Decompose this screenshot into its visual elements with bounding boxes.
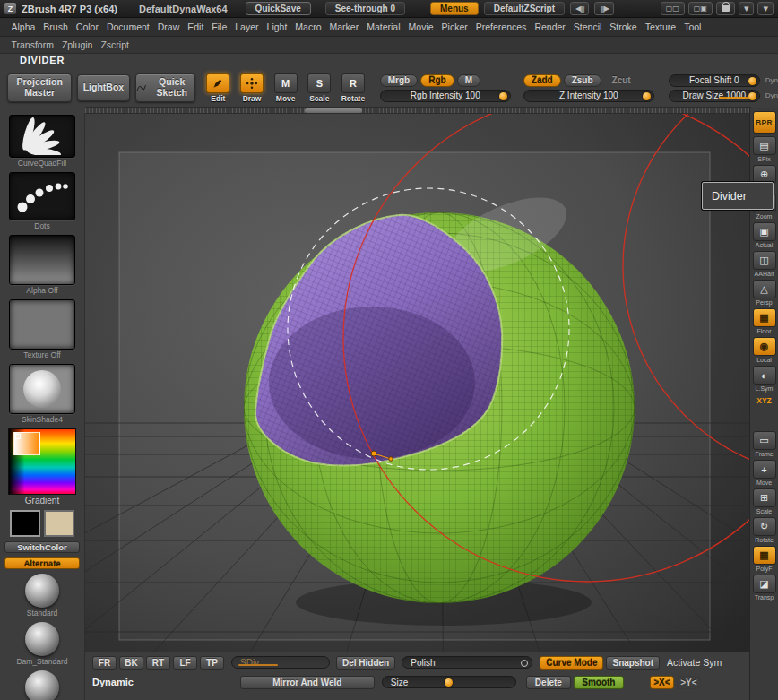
menu-document[interactable]: Document	[102, 22, 153, 32]
scrub-left-icon[interactable]: ◀||||	[570, 2, 589, 15]
menu-preferences[interactable]: Preferences	[471, 22, 531, 32]
fill-top-button[interactable]: TP	[200, 656, 224, 670]
rgb-intensity-slider[interactable]: Rgb Intensity 100	[380, 90, 511, 102]
size-slider[interactable]: Size	[382, 676, 516, 688]
brush-item-standard[interactable]: Standard	[25, 574, 59, 618]
polish-slider[interactable]: Polish	[402, 656, 532, 669]
scale-view-button[interactable]: ⊞ Scale	[753, 488, 776, 514]
menu-picker[interactable]: Picker	[437, 22, 471, 32]
move-tool-button[interactable]: M Move	[272, 73, 300, 103]
delete-button[interactable]: Delete	[526, 676, 571, 689]
rgb-button[interactable]: Rgb	[420, 74, 454, 87]
bpr-button[interactable]: BPR	[753, 111, 776, 134]
texture-selector[interactable]: Texture Off	[9, 299, 75, 359]
zscript-button[interactable]: DefaultZScript	[484, 2, 565, 15]
quicksave-button[interactable]: QuickSave	[246, 2, 311, 15]
gradient-label[interactable]: Gradient	[25, 496, 59, 506]
menu-stencil[interactable]: Stencil	[569, 22, 606, 32]
menu-draw[interactable]: Draw	[153, 22, 184, 32]
move-view-button[interactable]: + Move	[753, 460, 776, 486]
menu-tool[interactable]: Tool	[680, 22, 705, 32]
menu-stroke[interactable]: Stroke	[606, 22, 641, 32]
fill-back-button[interactable]: BK	[119, 656, 143, 670]
layout-single-icon[interactable]: ▢▢	[661, 2, 685, 15]
material-selector[interactable]: SkinShade4	[9, 364, 75, 424]
transp-button[interactable]: ◪ Transp	[753, 575, 776, 601]
menu-alpha[interactable]: Alpha	[7, 22, 39, 32]
focal-shift-slider[interactable]: Focal Shift 0	[669, 74, 760, 87]
lightbox-button[interactable]: LightBox	[77, 74, 129, 101]
floor-button[interactable]: ▦ Floor	[753, 308, 776, 334]
minimize-icon[interactable]: ▾	[739, 2, 755, 15]
draw-size-knob[interactable]	[748, 92, 756, 100]
brush-selector[interactable]: CurveQuadFill	[9, 115, 75, 168]
scale-tool-button[interactable]: S Scale	[306, 73, 334, 103]
viewport-canvas[interactable]	[85, 114, 751, 652]
zadd-button[interactable]: Zadd	[523, 74, 561, 87]
dynamic-label[interactable]: Dynamic	[92, 677, 134, 687]
menu-brush[interactable]: Brush	[39, 22, 72, 32]
menu-light[interactable]: Light	[263, 22, 291, 32]
sdiv-slider[interactable]: SDiv	[231, 656, 330, 669]
menu-layer[interactable]: Layer	[231, 22, 263, 32]
menu-marker[interactable]: Marker	[325, 22, 363, 32]
main-color-swatch[interactable]	[10, 510, 40, 537]
activate-symmetry-label[interactable]: Activate Sym	[667, 657, 722, 668]
fill-right-button[interactable]: RT	[146, 656, 170, 670]
rgb-intensity-knob[interactable]	[499, 92, 507, 100]
snapshot-button[interactable]: Snapshot	[606, 656, 660, 670]
menu-texture[interactable]: Texture	[641, 22, 679, 32]
aahalf-button[interactable]: ◫ AAHalf	[753, 251, 776, 277]
actual-button[interactable]: ▣ Actual	[753, 222, 776, 248]
menu-material[interactable]: Material	[363, 22, 404, 32]
focal-shift-knob[interactable]	[748, 77, 756, 85]
menu-macro[interactable]: Macro	[291, 22, 325, 32]
rotate-tool-button[interactable]: R Rotate	[339, 73, 367, 103]
polish-toggle-circle[interactable]	[521, 660, 528, 667]
persp-button[interactable]: △ Persp	[753, 280, 776, 306]
hide-icon[interactable]: ▾	[757, 2, 774, 15]
edit-tool-button[interactable]: Edit	[204, 73, 233, 103]
lsym-button[interactable]: ◐ L.Sym	[753, 366, 776, 392]
draw-size-slider[interactable]: Draw Size 1000	[669, 90, 760, 102]
projection-master-button[interactable]: Projection Master	[7, 73, 72, 102]
mrgb-button[interactable]: Mrgb	[380, 74, 418, 87]
m-button[interactable]: M	[457, 74, 480, 87]
frame-button[interactable]: ▭ Frame	[753, 431, 776, 457]
brush-item-dam-standard[interactable]: Dam_Standard	[16, 622, 67, 666]
del-hidden-button[interactable]: Del Hidden	[336, 656, 395, 670]
draw-tool-button[interactable]: Draw	[238, 73, 266, 103]
layout-split-icon[interactable]: ▢▣	[688, 2, 713, 15]
zcut-button[interactable]: Zcut	[604, 74, 639, 87]
menu-file[interactable]: File	[208, 22, 231, 32]
color-picker[interactable]: Gradient	[8, 428, 76, 506]
size-knob[interactable]	[445, 678, 453, 687]
rotate-view-button[interactable]: ↻ Rotate	[753, 517, 776, 543]
fill-left-button[interactable]: LF	[173, 656, 197, 670]
menu-render[interactable]: Render	[531, 22, 569, 32]
ruler-scrollbar-thumb[interactable]	[305, 108, 362, 113]
zsub-button[interactable]: Zsub	[564, 74, 601, 87]
alternate-button[interactable]: Alternate	[4, 557, 80, 569]
fill-front-button[interactable]: FR	[92, 656, 117, 670]
spix-button[interactable]: ▤ SPix	[753, 136, 776, 162]
xyz-button[interactable]: XYZ	[756, 394, 772, 407]
menus-button[interactable]: Menus	[430, 2, 479, 15]
brush-item-partial[interactable]	[25, 670, 59, 700]
axis-x-button[interactable]: >X<	[650, 676, 674, 689]
local-button[interactable]: ◉ Local	[753, 337, 776, 363]
z-intensity-slider[interactable]: Z Intensity 100	[523, 90, 654, 102]
mirror-and-weld-button[interactable]: Mirror And Weld	[240, 676, 375, 689]
stroke-selector[interactable]: Dots	[9, 172, 75, 230]
menu-zscript[interactable]: Zscript	[97, 39, 134, 50]
alpha-selector[interactable]: Alpha Off	[9, 235, 75, 295]
z-intensity-knob[interactable]	[643, 92, 651, 100]
lock-icon[interactable]	[716, 2, 735, 15]
polyframe-button[interactable]: ▦ PolyF	[753, 546, 776, 572]
saturation-value-field[interactable]	[13, 432, 40, 455]
viewport[interactable]	[85, 114, 751, 652]
axis-y-button[interactable]: >Y<	[677, 676, 701, 689]
quick-sketch-button[interactable]: Quick Sketch	[135, 73, 195, 102]
menu-movie[interactable]: Movie	[404, 22, 437, 32]
scrub-right-icon[interactable]: ||||▶	[594, 2, 613, 15]
